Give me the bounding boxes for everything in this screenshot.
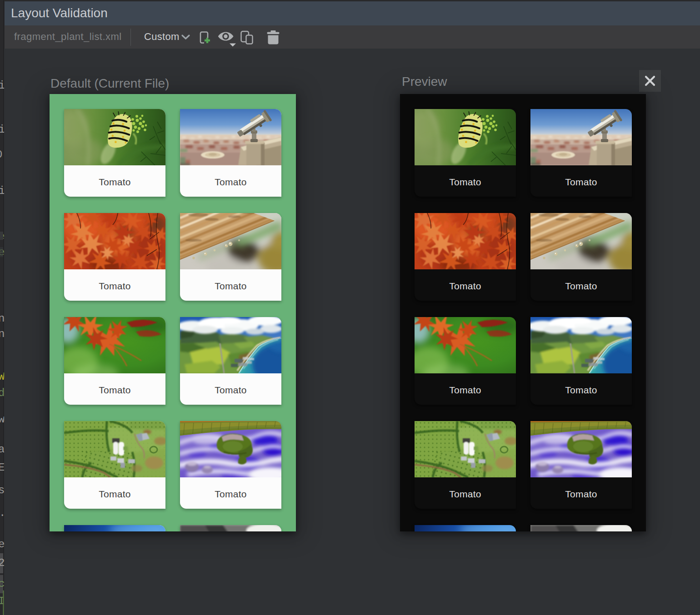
svg-text:d: d (0, 387, 4, 399)
svg-text:W: W (0, 371, 4, 383)
svg-text:a: a (0, 443, 4, 456)
svg-text:i: i (0, 124, 4, 136)
svg-text:i: i (0, 185, 4, 197)
svg-text:s: s (0, 484, 4, 496)
svg-text:e: e (0, 538, 4, 551)
svg-text:0: 0 (0, 149, 2, 161)
svg-text:w: w (0, 413, 4, 426)
svg-text:.: . (0, 507, 4, 519)
svg-text:n: n (0, 328, 4, 340)
svg-text:E: E (0, 461, 4, 474)
svg-text:i: i (0, 79, 4, 92)
svg-text:2: 2 (0, 557, 4, 569)
svg-text:n: n (0, 312, 4, 325)
svg-text:c: c (0, 578, 4, 590)
